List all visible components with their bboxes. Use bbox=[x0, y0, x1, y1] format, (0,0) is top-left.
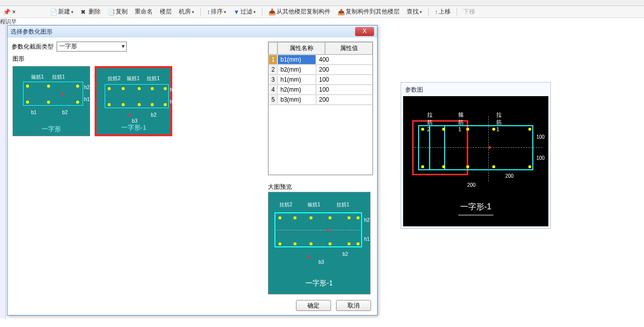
section-type-label: 参数化截面类型 bbox=[12, 43, 54, 51]
large-preview: 拉筋2 箍筋1 拉筋1 h2 h1 b2 b3 一字形-1 bbox=[268, 192, 371, 294]
separator bbox=[428, 8, 429, 16]
copy-to-floor-button[interactable]: 📤复制构件到其他楼层 bbox=[335, 7, 402, 17]
copy-icon: 📑 bbox=[108, 9, 115, 16]
parameter-panel-title: 参数图 bbox=[403, 85, 548, 95]
shape-caption-1: 一字形 bbox=[13, 125, 90, 134]
copy-from-floor-button[interactable]: 📥从其他楼层复制构件 bbox=[266, 7, 333, 17]
left-panel bbox=[0, 18, 6, 318]
separator bbox=[200, 8, 201, 16]
filter-button[interactable]: ▼过滤▾ bbox=[231, 7, 258, 17]
table-row[interactable]: 1 b1(mm) 400 bbox=[268, 55, 373, 65]
top-toolbar-strip bbox=[0, 0, 644, 6]
up-button[interactable]: ↑上移 bbox=[432, 7, 453, 17]
left-panel-label: 程识早 bbox=[0, 18, 17, 26]
delete-icon: ✖ bbox=[81, 9, 88, 16]
delete-button[interactable]: ✖删除 bbox=[78, 7, 103, 17]
shape-caption-2: 一字形-1 bbox=[97, 123, 170, 132]
parameter-canvas: 拉筋2 箍筋1 拉筋1 100 100 200 200 一字形-1 bbox=[403, 96, 548, 226]
prop-head-value: 属性值 bbox=[325, 42, 373, 55]
dialog-body: 参数化截面类型 一字形 图形 箍筋1 拉筋1 b1 b2 bbox=[8, 38, 377, 315]
toolbar-row-2: 📌 × 📄新建▾ ✖删除 📑复制 重命名 楼层 机房▾ ↕排序▾ ▼过滤▾ 📥从… bbox=[0, 6, 644, 18]
ok-button[interactable]: 确定 bbox=[296, 300, 331, 311]
property-table: 属性名称 属性值 1 b1(mm) 400 2 b2(mm) 200 3 h1(… bbox=[268, 42, 373, 175]
find-button[interactable]: 查找▾ bbox=[404, 7, 425, 17]
cancel-button[interactable]: 取消 bbox=[336, 300, 371, 311]
table-row[interactable]: 4 h2(mm) 100 bbox=[268, 85, 373, 95]
table-row[interactable]: 5 b3(mm) 200 bbox=[268, 95, 373, 105]
table-row[interactable]: 3 h1(mm) 100 bbox=[268, 75, 373, 85]
table-row[interactable]: 2 b2(mm) 200 bbox=[268, 65, 373, 75]
dialog-title-text: 选择参数化图形 bbox=[11, 28, 53, 36]
parameter-caption: 一字形-1 bbox=[403, 202, 548, 212]
room-button[interactable]: 机房▾ bbox=[176, 7, 197, 17]
preview-caption: 一字形-1 bbox=[268, 279, 370, 288]
parameter-panel: 参数图 拉筋2 箍筋1 拉筋1 100 10 bbox=[401, 82, 551, 229]
section-type-select[interactable]: 一字形 bbox=[57, 42, 127, 52]
filter-icon: ▼ bbox=[233, 9, 239, 16]
shapes-container: 箍筋1 拉筋1 b1 b2 h1 h2 一字形 bbox=[12, 65, 257, 215]
floor-button[interactable]: 楼层 bbox=[157, 7, 174, 17]
new-button[interactable]: 📄新建▾ bbox=[48, 7, 76, 17]
pin-icon: 📌 × bbox=[3, 9, 16, 16]
select-parametric-shape-dialog: 选择参数化图形 X 参数化截面类型 一字形 图形 箍筋1 拉筋1 bbox=[7, 25, 378, 315]
copy-from-icon: 📥 bbox=[268, 9, 275, 16]
shape-thumb-2[interactable]: 拉筋2 箍筋1 拉筋1 b2 b3 h1 bbox=[95, 66, 172, 136]
shape-thumb-1[interactable]: 箍筋1 拉筋1 b1 b2 h1 h2 一字形 bbox=[13, 66, 90, 136]
separator bbox=[262, 8, 262, 16]
prop-head-idx bbox=[268, 42, 277, 55]
prop-head-name: 属性名称 bbox=[277, 42, 325, 55]
down-button[interactable]: 下移 bbox=[461, 7, 478, 17]
dialog-titlebar[interactable]: 选择参数化图形 X bbox=[8, 26, 377, 38]
copy-to-icon: 📤 bbox=[338, 9, 345, 16]
sort-button[interactable]: ↕排序▾ bbox=[204, 7, 229, 17]
dialog-close-button[interactable]: X bbox=[355, 27, 374, 36]
prop-empty-area bbox=[268, 105, 373, 175]
rename-button[interactable]: 重命名 bbox=[132, 7, 155, 17]
new-icon: 📄 bbox=[50, 9, 57, 16]
preview-label: 大图预览 bbox=[268, 183, 292, 191]
caption-underline bbox=[458, 215, 493, 215]
copy-button[interactable]: 📑复制 bbox=[105, 7, 130, 17]
up-icon: ↑ bbox=[435, 9, 438, 16]
separator bbox=[457, 8, 457, 16]
